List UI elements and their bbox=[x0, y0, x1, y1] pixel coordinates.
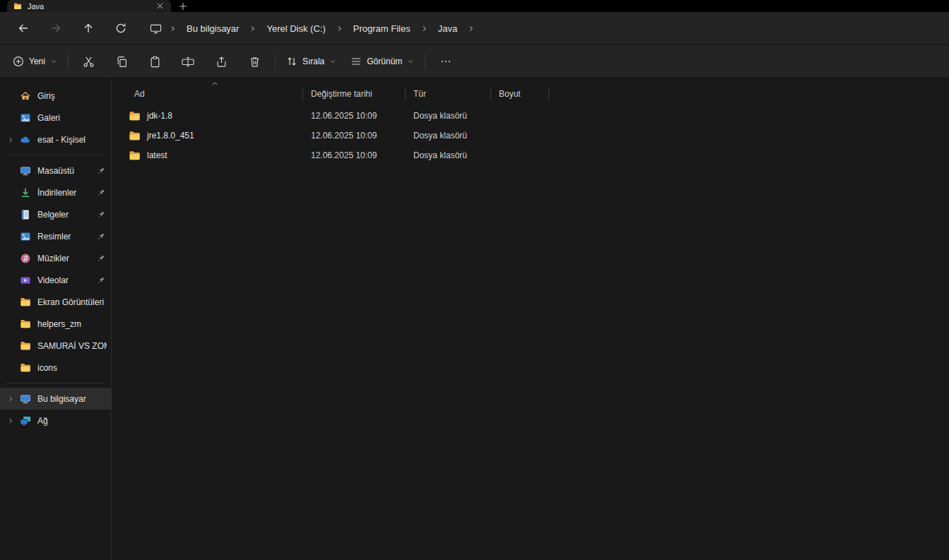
toolbar-separator bbox=[425, 54, 425, 69]
sidebar-item-pictures[interactable]: Resimler bbox=[0, 225, 111, 247]
chevron-right-icon[interactable] bbox=[246, 25, 259, 32]
file-type: Dosya klasörü bbox=[406, 111, 491, 121]
column-header-modified[interactable]: Değiştirme tarihi bbox=[303, 88, 406, 100]
file-row[interactable]: latest 12.06.2025 10:09 Dosya klasörü bbox=[126, 145, 949, 165]
sidebar-item-label: icons bbox=[37, 363, 107, 373]
sidebar-item-documents[interactable]: Belgeler bbox=[0, 203, 111, 225]
view-button[interactable]: Görünüm bbox=[343, 51, 421, 72]
back-button[interactable] bbox=[11, 16, 36, 40]
sidebar-item-gallery[interactable]: Galeri bbox=[0, 107, 111, 129]
folder-icon bbox=[18, 318, 32, 330]
desktop-icon bbox=[18, 165, 32, 177]
sidebar-divider bbox=[7, 383, 104, 383]
sidebar-item-this-pc[interactable]: Bu bilgisayar bbox=[0, 388, 111, 410]
sidebar-item-videos[interactable]: Videolar bbox=[0, 269, 111, 291]
sidebar-item-home[interactable]: Giriş bbox=[0, 85, 111, 107]
sort-button-label: Sırala bbox=[302, 56, 324, 66]
sort-icon bbox=[286, 56, 297, 67]
tab-title: Java bbox=[28, 2, 149, 11]
chevron-down-icon bbox=[50, 58, 57, 65]
file-row[interactable]: jdk-1.8 12.06.2025 10:09 Dosya klasörü bbox=[126, 106, 949, 126]
plus-circle-icon bbox=[13, 56, 24, 67]
sidebar-item-label: Masaüstü bbox=[37, 166, 96, 176]
sidebar-item-desktop[interactable]: Masaüstü bbox=[0, 160, 111, 181]
command-toolbar: Yeni Sırala bbox=[0, 44, 949, 78]
chevron-right-icon[interactable] bbox=[418, 25, 431, 32]
share-button[interactable] bbox=[205, 49, 238, 73]
sidebar-item-onedrive[interactable]: esat - Kişisel bbox=[0, 129, 111, 150]
sort-button[interactable]: Sırala bbox=[279, 51, 343, 72]
file-name: latest bbox=[147, 150, 167, 160]
breadcrumb-item[interactable]: Yerel Disk (C:) bbox=[259, 20, 332, 37]
refresh-button[interactable] bbox=[108, 16, 134, 40]
pin-icon bbox=[96, 189, 107, 196]
pin-icon bbox=[96, 254, 107, 262]
sidebar-item-icons[interactable]: icons bbox=[0, 357, 111, 379]
sidebar-item-label: Videolar bbox=[37, 275, 96, 285]
explorer-body: Giriş Galeri esat - Kişisel bbox=[0, 79, 949, 560]
chevron-right-icon[interactable] bbox=[464, 25, 478, 32]
sidebar-item-network[interactable]: Ağ bbox=[0, 410, 111, 431]
column-header-size[interactable]: Boyut bbox=[491, 88, 549, 100]
breadcrumb-item[interactable]: Bu bilgisayar bbox=[179, 20, 246, 37]
breadcrumb-item[interactable]: Java bbox=[431, 20, 464, 37]
downloads-icon bbox=[18, 187, 32, 198]
tab-close-icon[interactable] bbox=[155, 1, 165, 11]
chevron-right-icon[interactable] bbox=[333, 25, 346, 32]
this-pc-icon bbox=[18, 393, 32, 405]
sidebar-item-label: Resimler bbox=[37, 232, 96, 242]
new-button-label: Yeni bbox=[29, 56, 45, 66]
pictures-icon bbox=[18, 231, 32, 242]
rename-button[interactable] bbox=[172, 49, 205, 73]
sidebar-item-label: Bu bilgisayar bbox=[37, 394, 107, 404]
chevron-right-icon[interactable] bbox=[3, 417, 18, 424]
pin-icon bbox=[96, 210, 107, 218]
up-button[interactable] bbox=[76, 16, 101, 40]
more-options-button[interactable] bbox=[429, 49, 462, 73]
gallery-icon bbox=[18, 112, 32, 124]
file-name: jre1.8.0_451 bbox=[147, 131, 194, 141]
sidebar-item-label: helpers_zm bbox=[37, 319, 107, 329]
column-header-type[interactable]: Tür bbox=[406, 88, 491, 100]
paste-button[interactable] bbox=[138, 49, 172, 73]
sidebar-item-label: Giriş bbox=[37, 91, 107, 101]
navigation-bar: Bu bilgisayar Yerel Disk (C:) Program Fi… bbox=[0, 12, 949, 44]
forward-button[interactable] bbox=[43, 16, 69, 40]
chevron-right-icon[interactable] bbox=[166, 25, 179, 32]
sidebar-item-samurai-vs-zomb[interactable]: SAMURAİ VS ZOMB bbox=[0, 335, 111, 357]
cut-button[interactable] bbox=[72, 49, 105, 73]
view-button-label: Görünüm bbox=[367, 56, 402, 66]
pin-icon bbox=[96, 276, 107, 284]
file-row[interactable]: jre1.8.0_451 12.06.2025 10:09 Dosya klas… bbox=[126, 126, 949, 145]
pin-icon bbox=[96, 232, 107, 240]
sidebar-item-label: İndirilenler bbox=[37, 188, 96, 198]
sidebar-item-label: Müzikler bbox=[37, 254, 96, 263]
chevron-right-icon[interactable] bbox=[3, 395, 18, 403]
explorer-tab[interactable]: Java bbox=[7, 0, 171, 12]
new-button[interactable]: Yeni bbox=[6, 51, 64, 72]
delete-button[interactable] bbox=[238, 49, 271, 73]
new-tab-button[interactable] bbox=[171, 0, 195, 12]
toolbar-separator bbox=[275, 54, 276, 69]
sort-ascending-icon bbox=[211, 81, 218, 86]
column-header-name[interactable]: Ad bbox=[126, 88, 303, 100]
chevron-right-icon[interactable] bbox=[3, 136, 18, 143]
sidebar-item-label: SAMURAİ VS ZOMB bbox=[37, 341, 107, 351]
sidebar-item-screenshots[interactable]: Ekran Görüntüleri bbox=[0, 291, 111, 313]
videos-icon bbox=[18, 275, 32, 286]
chevron-down-icon bbox=[329, 58, 336, 65]
this-pc-icon[interactable] bbox=[148, 23, 166, 34]
pin-icon bbox=[96, 167, 107, 174]
folder-icon bbox=[129, 110, 141, 122]
copy-button[interactable] bbox=[105, 49, 138, 73]
sidebar-item-music[interactable]: Müzikler bbox=[0, 247, 111, 269]
sidebar: Giriş Galeri esat - Kişisel bbox=[0, 79, 112, 560]
column-headers: Ad Değiştirme tarihi Tür Boyut bbox=[126, 86, 949, 102]
file-explorer-window: Java Bu bilgisayar Yer bbox=[0, 0, 949, 560]
chevron-down-icon bbox=[407, 58, 414, 65]
documents-icon bbox=[18, 209, 32, 220]
sidebar-item-label: Ağ bbox=[37, 416, 107, 426]
breadcrumb-item[interactable]: Program Files bbox=[346, 20, 418, 37]
sidebar-item-downloads[interactable]: İndirilenler bbox=[0, 181, 111, 203]
sidebar-item-helpers-zm[interactable]: helpers_zm bbox=[0, 313, 111, 335]
